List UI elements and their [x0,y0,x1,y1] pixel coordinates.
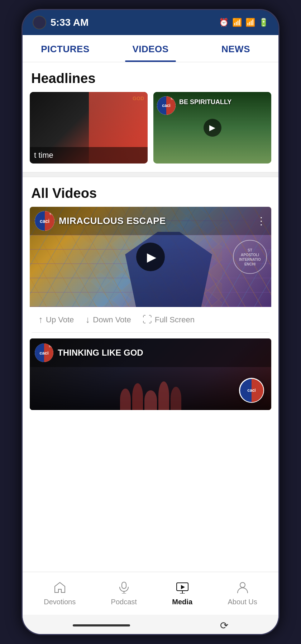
section-divider [23,172,278,177]
all-videos-title: All Videos [23,177,278,207]
upvote-icon: ↑ [38,314,43,325]
nav-media[interactable]: Media [165,578,200,609]
status-bar-right: ⏰ 📶 📶 🔋 [219,18,268,27]
camera-icon [33,16,46,29]
video-2-header: caci TV THINKING LIKE GOD [30,338,271,367]
scroll-area[interactable]: Headlines GOD t time [23,62,278,572]
tab-news[interactable]: NEWS [193,35,278,62]
fullscreen-btn[interactable]: ⛶ Full Screen [143,314,195,325]
devotions-label: Devotions [44,598,76,606]
upvote-label: Up Vote [46,315,74,325]
video-1-actions: ↑ Up Vote ↓ Down Vote ⛶ Full Screen [30,307,271,333]
phone-shell: 5:33 AM ⏰ 📶 📶 🔋 PICTURES VIDEOS NEWS [22,9,280,635]
podcast-label: Podcast [111,598,137,606]
video-1-menu[interactable]: ⋮ [256,215,266,227]
status-bar-left: 5:33 AM [33,16,89,29]
video-1-thumbnail: STAPOSTOLIINTERNATIOENCHI [30,207,271,307]
time-display: 5:33 AM [51,17,89,28]
video-1-title: MIRACULOUS ESCAPE [59,215,166,226]
video-2-title: THINKING LIKE GOD [58,348,143,358]
caci-logo-2: caci TV [35,343,53,362]
wifi-icon: 📶 [232,18,242,27]
tab-videos[interactable]: VIDEOS [108,35,193,62]
home-area: ⟳ [23,615,278,635]
headline-1-text: t time [34,151,53,160]
nav-podcast[interactable]: Podcast [104,578,144,609]
back-button[interactable]: ⟳ [220,620,228,631]
battery-icon: 🔋 [259,18,268,27]
video-1-header: caci TV MIRACULOUS ESCAPE ⋮ [30,207,271,235]
alarm-icon: ⏰ [219,18,229,27]
downvote-icon: ↓ [85,314,90,325]
fullscreen-icon: ⛶ [143,314,152,325]
devotions-icon [53,581,66,596]
upvote-btn[interactable]: ↑ Up Vote [38,314,74,325]
floating-caci-btn[interactable]: caci [239,378,264,403]
crowd [30,371,271,410]
headlines-row: GOD t time [23,92,278,172]
nav-devotions[interactable]: Devotions [37,578,83,609]
video-2-thumbnail: caci TV THINKING LIKE GOD caci [30,338,271,410]
church-watermark: STAPOSTOLIINTERNATIOENCHI [233,240,267,274]
headline-2-logo: caci TV [157,96,176,115]
headlines-section: Headlines GOD t time [23,62,278,172]
about-us-label: About Us [228,598,257,606]
headline-card-1[interactable]: GOD t time [30,92,148,164]
headline-1-overlay: t time [30,147,148,164]
fullscreen-label: Full Screen [155,315,195,325]
caci-logo-1: caci TV [35,211,54,231]
video-1-play[interactable]: ▶ [136,243,165,271]
app-content: PICTURES VIDEOS NEWS Headlines GOD [23,35,278,635]
status-bar: 5:33 AM ⏰ 📶 📶 🔋 [23,10,278,35]
video-card-1[interactable]: STAPOSTOLIINTERNATIOENCHI [30,207,271,333]
headline-card-2[interactable]: caci TV BE SPIRITUALLY ▶ [153,92,271,164]
headline-2-play[interactable]: ▶ [204,119,221,137]
downvote-btn[interactable]: ↓ Down Vote [85,314,131,325]
svg-marker-7 [181,585,185,589]
svg-rect-3 [122,582,126,589]
video-1-logo-title: caci TV MIRACULOUS ESCAPE [35,211,166,231]
headlines-title: Headlines [23,62,278,92]
tab-pictures[interactable]: PICTURES [23,35,108,62]
podcast-icon [118,581,130,596]
all-videos-section: All Videos [23,177,278,417]
home-bar [73,624,130,626]
bottom-nav: Devotions Podcast [23,572,278,615]
about-us-icon [236,581,249,596]
bottom-padding [23,410,278,417]
video-card-2[interactable]: caci TV THINKING LIKE GOD caci [30,338,271,410]
nav-about-us[interactable]: About Us [220,578,264,609]
downvote-label: Down Vote [93,315,131,325]
media-label: Media [172,598,192,606]
svg-point-8 [240,582,245,587]
signal-icon: 📶 [245,18,255,27]
headline-2-title: BE SPIRITUALLY [179,98,231,106]
tab-bar: PICTURES VIDEOS NEWS [23,35,278,62]
media-icon [176,581,189,596]
video-1-bg: STAPOSTOLIINTERNATIOENCHI [30,207,271,307]
